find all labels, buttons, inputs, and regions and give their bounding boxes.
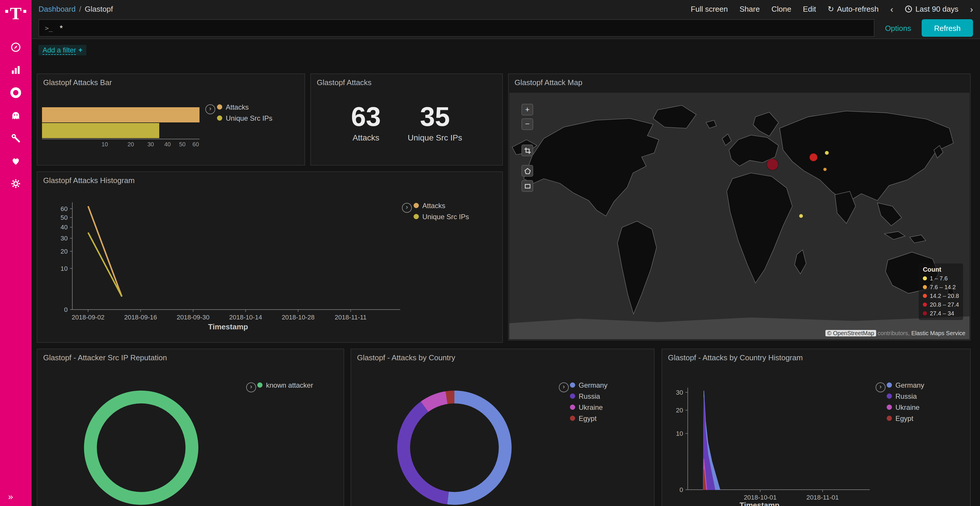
legend-item[interactable]: known attacker: [257, 379, 313, 390]
legend-item[interactable]: Unique Src IPs: [414, 211, 469, 222]
legend-item[interactable]: Germany: [887, 379, 924, 390]
svg-text:2018-09-02: 2018-09-02: [72, 314, 105, 321]
sidebar-item-management[interactable]: [8, 176, 23, 191]
sidebar-item-discover[interactable]: [8, 40, 23, 55]
osm-attribution-link[interactable]: © OpenStreetMap: [826, 330, 876, 336]
legend-dot: [923, 285, 927, 289]
add-filter-plus-icon: +: [78, 46, 83, 54]
map-legend-item: 14.2 – 20.8: [923, 292, 959, 300]
sidebar-nav: [8, 40, 23, 191]
legend-dot: [217, 104, 222, 109]
panel-title: Glastopf - Attacker Src IP Reputation: [43, 353, 167, 362]
filter-bar: Add a filter+: [32, 39, 980, 62]
rectangle-tool-button[interactable]: [522, 180, 533, 192]
refresh-button[interactable]: Refresh: [922, 19, 973, 37]
bar-unique-src-ips[interactable]: [42, 123, 159, 138]
time-back-icon[interactable]: ‹: [891, 4, 893, 14]
svg-text:60: 60: [60, 205, 68, 213]
share-button[interactable]: Share: [740, 5, 760, 13]
crop-tool-button[interactable]: [522, 144, 533, 156]
svg-text:2018-10-01: 2018-10-01: [744, 494, 777, 501]
legend-item[interactable]: Egypt: [887, 413, 924, 424]
time-range-picker[interactable]: Last 90 days: [905, 5, 958, 13]
full-screen-button[interactable]: Full screen: [690, 5, 728, 13]
clock-icon: [905, 5, 913, 13]
breadcrumb-dashboard-link[interactable]: Dashboard: [38, 5, 76, 13]
breadcrumb-separator: /: [79, 5, 81, 13]
line-chart[interactable]: 01020304050602018-09-022018-09-162018-09…: [37, 172, 502, 342]
bar-attacks[interactable]: [42, 107, 199, 122]
legend-item[interactable]: Ukraine: [570, 402, 608, 413]
legend-dot: [570, 393, 575, 399]
metric-attacks: 63 Attacks: [351, 103, 381, 142]
legend: Germany Russia Ukraine Egypt: [570, 379, 608, 424]
continents: [512, 105, 955, 314]
legend-toggle-icon[interactable]: ›: [402, 203, 412, 213]
svg-text:2018-10-14: 2018-10-14: [229, 314, 262, 321]
legend-label: Egypt: [579, 414, 597, 422]
reputation-donut[interactable]: [84, 390, 198, 505]
legend-toggle-icon[interactable]: ›: [876, 382, 886, 392]
attribution-middle: contributors,: [876, 330, 911, 336]
legend-item[interactable]: Attacks: [414, 200, 469, 211]
metric-unique-src-ips: 35 Unique Src IPs: [408, 103, 462, 142]
legend-toggle-icon[interactable]: ›: [559, 382, 569, 392]
rectangle-icon: [524, 183, 531, 189]
legend-dot: [923, 276, 927, 281]
metric-value: 63: [351, 103, 381, 130]
legend-item[interactable]: Germany: [570, 379, 608, 390]
legend-label: Egypt: [896, 414, 913, 422]
panel-attacks-by-country: Glastopf - Attacks by Country › Germany …: [351, 349, 654, 506]
legend-toggle-icon[interactable]: ›: [205, 104, 215, 114]
query-options-link[interactable]: Options: [885, 24, 911, 32]
time-forward-icon[interactable]: ›: [970, 4, 973, 14]
x-axis-tick: 40: [161, 141, 174, 148]
query-input[interactable]: >_ *: [38, 19, 874, 37]
legend-label: Germany: [896, 381, 924, 389]
map-attribution: © OpenStreetMap contributors, Elastic Ma…: [826, 330, 966, 336]
svg-text:0: 0: [679, 486, 683, 493]
svg-text:10: 10: [676, 430, 683, 437]
world-map-svg: [509, 93, 969, 339]
svg-text:2018-09-16: 2018-09-16: [124, 314, 157, 321]
legend-item[interactable]: Egypt: [570, 413, 608, 424]
legend-item[interactable]: Russia: [887, 390, 924, 402]
legend-label: 27.4 – 34: [930, 310, 954, 317]
zoom-out-button[interactable]: −: [522, 118, 533, 130]
add-filter-button[interactable]: Add a filter+: [38, 45, 87, 56]
sidebar-item-dashboard-active[interactable]: [8, 85, 23, 100]
sidebar-item-timelion[interactable]: [8, 108, 23, 123]
zoom-in-button[interactable]: +: [522, 104, 533, 116]
kibana-dashboard: T » Da: [0, 0, 980, 506]
panel-title: Glastopf - Attacks by Country: [357, 353, 455, 362]
legend-label: 1 – 7.6: [930, 275, 948, 282]
legend-item[interactable]: Unique Src IPs: [217, 113, 272, 124]
legend-item[interactable]: Attacks: [217, 102, 272, 113]
clone-button[interactable]: Clone: [772, 5, 791, 13]
legend-item[interactable]: Ukraine: [887, 402, 924, 413]
country-donut[interactable]: [397, 390, 512, 505]
world-map[interactable]: [509, 93, 969, 339]
query-value: *: [60, 23, 63, 33]
legend-toggle-icon[interactable]: ›: [246, 382, 256, 392]
svg-text:0: 0: [64, 306, 68, 313]
metric-label: Attacks: [351, 133, 381, 142]
auto-refresh-button[interactable]: ↻ Auto-refresh: [828, 5, 879, 13]
sidebar-item-dev-tools[interactable]: [8, 130, 23, 146]
logo-dot-left: [5, 10, 8, 13]
x-axis-line: [42, 139, 199, 139]
sidebar-collapse-icon[interactable]: »: [8, 492, 13, 501]
legend-label: known attacker: [266, 381, 313, 389]
crop-icon: [524, 147, 531, 154]
legend-item[interactable]: Russia: [570, 390, 608, 402]
legend-dot: [887, 416, 892, 421]
edit-button[interactable]: Edit: [803, 5, 816, 13]
map-legend-item: 7.6 – 14.2: [923, 283, 959, 292]
area-chart[interactable]: 01020302018-10-012018-11-01: [662, 349, 970, 506]
telekom-logo: T: [5, 5, 26, 22]
refresh-cycle-icon: ↻: [828, 5, 834, 13]
sidebar-item-monitoring[interactable]: [8, 153, 23, 168]
sidebar-item-visualize[interactable]: [8, 62, 23, 78]
polygon-tool-button[interactable]: [522, 165, 533, 177]
dashboard-ring-icon: [10, 86, 22, 99]
